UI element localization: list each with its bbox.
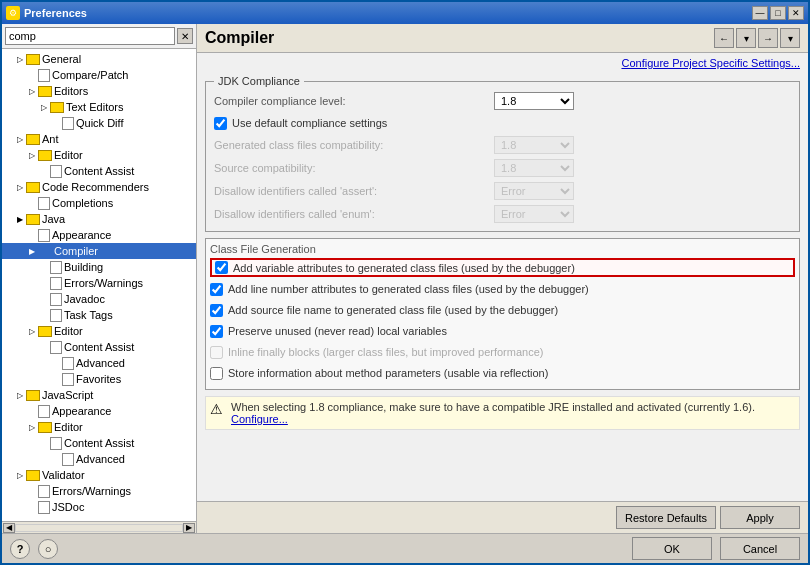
toggle (38, 277, 50, 289)
apply-button[interactable]: Apply (720, 506, 800, 529)
add-variable-attrs-checkbox[interactable] (215, 261, 228, 274)
toggle[interactable]: ▶ (26, 245, 38, 257)
preserve-unused-checkbox[interactable] (210, 325, 223, 338)
nav-back-dropdown[interactable]: ▾ (736, 28, 756, 48)
maximize-button[interactable]: □ (770, 6, 786, 20)
source-compat-select[interactable]: 1.8 (494, 159, 574, 177)
sidebar-item-content-assist-java[interactable]: Content Assist (2, 339, 196, 355)
sidebar-item-javadoc[interactable]: Javadoc (2, 291, 196, 307)
add-source-file-checkbox[interactable] (210, 304, 223, 317)
sidebar-item-quick-diff[interactable]: Quick Diff (2, 115, 196, 131)
classfile-section-title: Class File Generation (210, 243, 795, 255)
sidebar-item-appearance-java[interactable]: Appearance (2, 227, 196, 243)
sidebar-label: Code Recommenders (42, 181, 149, 193)
toggle[interactable]: ▷ (38, 101, 50, 113)
sidebar-item-building[interactable]: Building (2, 259, 196, 275)
toggle[interactable]: ▷ (26, 85, 38, 97)
toggle[interactable]: ▷ (26, 421, 38, 433)
sidebar-item-errors-warnings[interactable]: Errors/Warnings (2, 275, 196, 291)
title-bar: ⚙ Preferences — □ ✕ (2, 2, 808, 24)
search-clear-button[interactable]: ✕ (177, 28, 193, 44)
scroll-left-button[interactable]: ◀ (3, 523, 15, 533)
toggle (38, 165, 50, 177)
window-icon: ⚙ (6, 6, 20, 20)
page-icon (38, 69, 50, 82)
sidebar-item-errors-warnings-v[interactable]: Errors/Warnings (2, 483, 196, 499)
toggle[interactable]: ▶ (14, 213, 26, 225)
sidebar-item-advanced-java[interactable]: Advanced (2, 355, 196, 371)
nav-back-button[interactable]: ← (714, 28, 734, 48)
scroll-right-button[interactable]: ▶ (183, 523, 195, 533)
sidebar-label: Errors/Warnings (64, 277, 143, 289)
sidebar-item-validator[interactable]: ▷ Validator (2, 467, 196, 483)
toggle[interactable]: ▷ (14, 181, 26, 193)
warning-icon: ⚠ (210, 401, 226, 417)
sidebar-item-javascript[interactable]: ▷ JavaScript (2, 387, 196, 403)
default-compliance-checkbox[interactable] (214, 117, 227, 130)
sidebar-item-appearance-js[interactable]: Appearance (2, 403, 196, 419)
toggle (50, 453, 62, 465)
compliance-level-select[interactable]: 1.8 (494, 92, 574, 110)
search-input[interactable] (5, 27, 175, 45)
generated-compat-select[interactable]: 1.8 (494, 136, 574, 154)
folder-icon (50, 102, 64, 113)
enum-label: Disallow identifiers called 'enum': (214, 208, 494, 220)
restore-defaults-button[interactable]: Restore Defaults (616, 506, 716, 529)
page-icon (50, 341, 62, 354)
sidebar-label: Advanced (76, 453, 125, 465)
page-icon (50, 437, 62, 450)
sidebar-item-editor-ant[interactable]: ▷ Editor (2, 147, 196, 163)
folder-icon (38, 326, 52, 337)
nav-forward-dropdown[interactable]: ▾ (780, 28, 800, 48)
store-method-params-checkbox[interactable] (210, 367, 223, 380)
sidebar-item-advanced-js[interactable]: Advanced (2, 451, 196, 467)
sidebar-label: Favorites (76, 373, 121, 385)
minimize-button[interactable]: — (752, 6, 768, 20)
page-icon (38, 485, 50, 498)
toggle[interactable]: ▷ (14, 389, 26, 401)
toggle[interactable]: ▷ (14, 133, 26, 145)
sidebar-item-code-recommenders[interactable]: ▷ Code Recommenders (2, 179, 196, 195)
sidebar-item-content-assist-ant[interactable]: Content Assist (2, 163, 196, 179)
sidebar-item-content-assist-js[interactable]: Content Assist (2, 435, 196, 451)
toggle[interactable]: ▷ (26, 149, 38, 161)
sidebar-item-general[interactable]: ▷ General (2, 51, 196, 67)
sidebar-item-ant[interactable]: ▷ Ant (2, 131, 196, 147)
sidebar-item-compiler[interactable]: ▶ Compiler (2, 243, 196, 259)
page-icon (38, 405, 50, 418)
configure-link[interactable]: Configure Project Specific Settings... (197, 53, 808, 71)
sidebar-item-task-tags[interactable]: Task Tags (2, 307, 196, 323)
sidebar-label: Task Tags (64, 309, 113, 321)
sidebar-item-editor-java[interactable]: ▷ Editor (2, 323, 196, 339)
configure-warning-link[interactable]: Configure... (231, 413, 288, 425)
toggle-general[interactable]: ▷ (14, 53, 26, 65)
ok-button[interactable]: OK (632, 537, 712, 560)
sidebar-label: Java (42, 213, 65, 225)
scroll-track[interactable] (15, 524, 183, 532)
assert-select[interactable]: Error (494, 182, 574, 200)
help-button[interactable]: ? (10, 539, 30, 559)
sidebar-item-completions[interactable]: Completions (2, 195, 196, 211)
sidebar-item-text-editors[interactable]: ▷ Text Editors (2, 99, 196, 115)
folder-icon (26, 390, 40, 401)
toggle[interactable]: ▷ (14, 469, 26, 481)
sidebar-item-editors[interactable]: ▷ Editors (2, 83, 196, 99)
sidebar-item-editor-js[interactable]: ▷ Editor (2, 419, 196, 435)
toggle[interactable]: ▷ (26, 325, 38, 337)
sidebar-label: Text Editors (66, 101, 123, 113)
help2-button[interactable]: ○ (38, 539, 58, 559)
inline-finally-checkbox[interactable] (210, 346, 223, 359)
preferences-window: ⚙ Preferences — □ ✕ ✕ ▷ General (0, 0, 810, 565)
toggle (38, 293, 50, 305)
sidebar-item-java[interactable]: ▶ Java (2, 211, 196, 227)
sidebar-item-jsdoc[interactable]: JSDoc (2, 499, 196, 515)
nav-forward-button[interactable]: → (758, 28, 778, 48)
window-controls: — □ ✕ (752, 6, 804, 20)
cancel-button[interactable]: Cancel (720, 537, 800, 560)
inline-finally-row: Inline finally blocks (larger class file… (210, 343, 795, 361)
close-button[interactable]: ✕ (788, 6, 804, 20)
sidebar-item-favorites[interactable]: Favorites (2, 371, 196, 387)
enum-select[interactable]: Error (494, 205, 574, 223)
sidebar-item-compare-patch[interactable]: Compare/Patch (2, 67, 196, 83)
add-line-number-checkbox[interactable] (210, 283, 223, 296)
